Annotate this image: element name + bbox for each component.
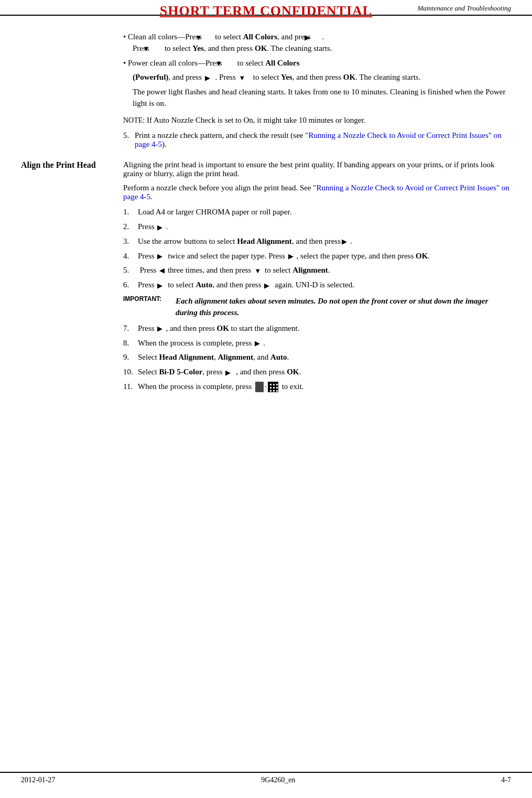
align-heading: Align the Print Head [21,160,118,170]
list-item: 6. Press ▶ to select Auto, and then pres… [123,279,511,291]
confidential-text: SHORT TERM CONFIDENTIAL [160,3,372,18]
step-num: 3. [123,236,138,247]
step-content: Press ◀ three times, and then press ▼ to… [138,265,511,276]
list-item: 10. Select Bi-D 5-Color, press ▶ , and t… [123,366,511,378]
power-clean-extra: The power light flashes and head cleanin… [133,87,511,110]
arrow-down-icon-2: ▼ [152,45,159,52]
clean-text: Clean all colors—Press ▼ to select All C… [128,33,332,52]
arrow-down-icon-3: ▼ [225,60,232,67]
step-5-content: Print a nozzle check pattern, and check … [135,131,511,149]
arrow-right-icon: ▶ [288,253,296,260]
important-text: Each alignment takes about seven minutes… [176,295,511,319]
bullet-right-col: Clean all colors—Press ▼ to select All C… [123,31,511,155]
step-num: 2. [123,221,138,233]
page-wrapper: SHORT TERM CONFIDENTIAL Maintenance and … [0,0,532,798]
step-num: 1. [123,207,138,218]
arrow-right-icon: ▶ [157,282,165,289]
bullet-section: Clean all colors—Press ▼ to select All C… [21,31,511,155]
arrow-right-icon: ▶ [314,34,321,41]
align-steps-list-continued: 7. Press ▶, and then press OK to start t… [123,323,511,393]
arrow-right-icon: ▶ [264,282,272,289]
bullet-list: Clean all colors—Press ▼ to select All C… [123,31,511,69]
list-item: 5. Press ◀ three times, and then press ▼… [123,265,511,276]
step-num: 7. [123,323,138,335]
arrow-right-icon: ▶ [225,369,233,376]
step-num: 5. [123,265,138,276]
step-5-num: 5. [123,131,135,149]
step-num: 10. [123,366,138,378]
step-content: Use the arrow buttons to select Head Ali… [138,236,511,247]
power-bar-icon [255,382,264,392]
step-num: 9. [123,352,138,363]
step-5-link[interactable]: "Running a Nozzle Check to Avoid or Corr… [135,131,502,148]
align-para2: Perform a nozzle check before you align … [123,184,511,201]
arrow-down-icon: ▼ [254,267,262,275]
step-content: When the process is complete, press · to… [138,381,511,393]
arrow-down-icon: ▼ [205,34,212,41]
step-content: Select Bi-D 5-Color, press ▶ , and then … [138,366,511,378]
step-content: Select Head Alignment, Alignment, and Au… [138,352,511,363]
step-num: 11. [123,381,138,393]
list-item: 9. Select Head Alignment, Alignment, and… [123,352,511,363]
footer-date: 2012-01-27 [21,776,55,784]
step-num: 8. [123,338,138,349]
align-left-col: Align the Print Head [21,160,123,396]
power-clean-continuation: (Powerful), and press ▶ . Press ▼ to sel… [133,72,511,83]
step-content: Press ▶, and then press OK to start the … [138,323,511,335]
important-block: IMPORTANT: Each alignment takes about se… [123,295,511,319]
power-clean-text: Power clean all colors—Press ▼ to select… [128,59,300,67]
list-item: 4. Press ▶ twice and select the paper ty… [123,251,511,262]
list-item: 7. Press ▶, and then press OK to start t… [123,323,511,335]
align-steps-list: 1. Load A4 or larger CHROMA paper or rol… [123,207,511,291]
arrow-right-icon: ▶ [157,253,165,260]
arrow-down-icon-4: ▼ [238,74,246,82]
step-num: 6. [123,279,138,291]
list-item: 1. Load A4 or larger CHROMA paper or rol… [123,207,511,218]
arrow-right-icon: ▶ [342,238,349,245]
arrow-left-icon: ◀ [159,266,165,276]
align-para2-link[interactable]: "Running a Nozzle Check to Avoid or Corr… [123,184,509,201]
bullet-left-col [21,31,123,155]
step-content: Press ▶ to select Auto, and then press ▶… [138,279,511,291]
exit-icon-group: · [255,381,278,393]
note-label: NOTE: [123,116,145,124]
arrow-right-icon: ▶ [255,340,262,347]
main-content: Clean all colors—Press ▼ to select All C… [0,16,532,412]
list-item: 2. Press ▶. [123,221,511,233]
arrow-right-icon: ▶ [157,325,165,332]
footer-page: 4-7 [501,776,511,784]
list-item: 8. When the process is complete, press ▶… [123,338,511,349]
page-footer: 2012-01-27 9G4260_en 4-7 [0,772,532,788]
footer-doc: 9G4260_en [261,776,295,784]
step-content: When the process is complete, press ▶. [138,338,511,349]
step-5-container: 5. Print a nozzle check pattern, and che… [123,131,511,149]
confidential-banner: SHORT TERM CONFIDENTIAL [0,3,532,19]
note-block: NOTE: If Auto Nozzle Check is set to On,… [123,115,511,126]
list-item: 11. When the process is complete, press … [123,381,511,393]
step-content: Load A4 or larger CHROMA paper or roll p… [138,207,511,218]
arrow-right-icon-2: ▶ [205,74,212,82]
align-section: Align the Print Head Aligning the print … [21,160,511,396]
list-item: 3. Use the arrow buttons to select Head … [123,236,511,247]
step-num: 4. [123,251,138,262]
important-label: IMPORTANT: [123,295,176,319]
align-para1: Aligning the print head is important to … [123,160,511,178]
list-item-clean: Clean all colors—Press ▼ to select All C… [123,31,511,55]
grid-icon [268,382,278,392]
step-content: Press ▶ twice and select the paper type.… [138,251,511,262]
dot-separator: · [265,381,267,393]
step-content: Press ▶. [138,221,511,233]
arrow-right-icon: ▶ [157,224,165,231]
align-right-col: Aligning the print head is important to … [123,160,511,396]
list-item-power-clean: Power clean all colors—Press ▼ to select… [123,58,511,69]
